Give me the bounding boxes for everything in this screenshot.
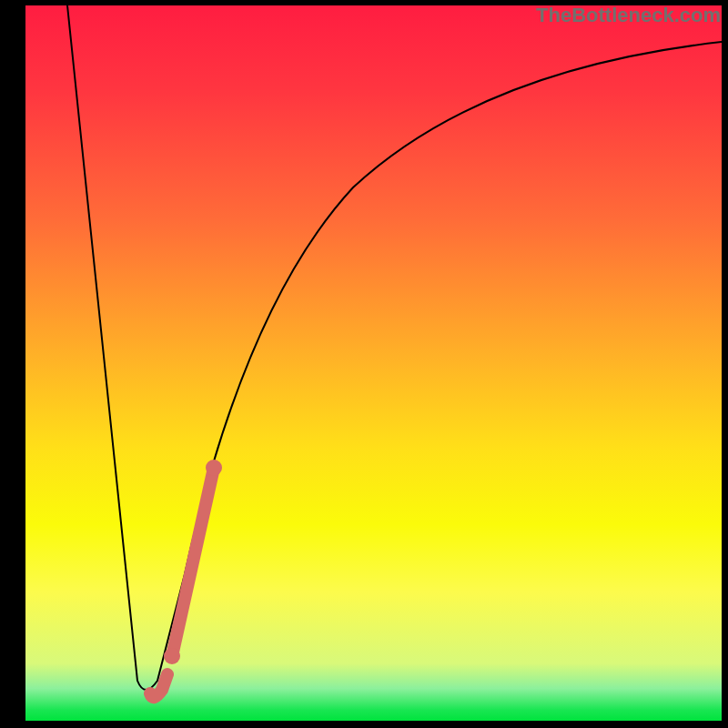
highlight-segment-cap-lower (164, 648, 180, 664)
highlight-segment-cap-upper (206, 460, 222, 476)
source-watermark: TheBottleneck.com (536, 4, 721, 27)
chart-svg (25, 5, 722, 721)
chart-root: TheBottleneck.com (0, 0, 728, 728)
plot-area (25, 5, 722, 721)
